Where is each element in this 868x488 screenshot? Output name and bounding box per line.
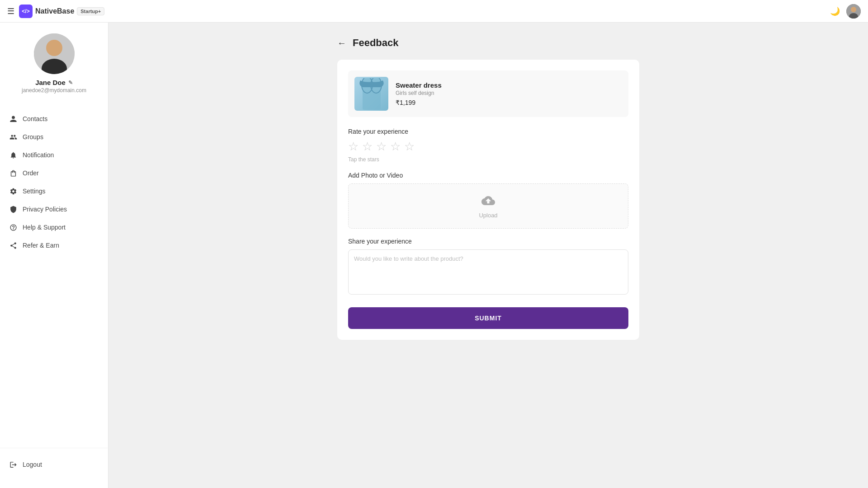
share-section: Share your experience xyxy=(348,238,628,296)
sidebar-item-privacy[interactable]: Privacy Policies xyxy=(0,200,108,218)
notification-label: Notification xyxy=(23,151,54,159)
sidebar: Jane Doe ✎ janedoe2@mydomain.com Contact… xyxy=(0,23,108,488)
feedback-card: Sweater dress Girls self design ₹1,199 R… xyxy=(337,60,639,340)
logout-icon xyxy=(9,460,17,469)
feedback-container: ← Feedback xyxy=(330,37,646,340)
back-button[interactable]: ← xyxy=(337,38,346,48)
user-avatar-top[interactable] xyxy=(846,4,861,19)
logout-button[interactable]: Logout xyxy=(0,455,108,474)
profile-name: Jane Doe ✎ xyxy=(35,79,73,86)
main-content: ← Feedback xyxy=(108,23,868,488)
product-image-inner xyxy=(354,77,388,111)
sidebar-item-notification[interactable]: Notification xyxy=(0,146,108,164)
groups-label: Groups xyxy=(23,133,43,141)
page-title: Feedback xyxy=(353,37,399,49)
help-icon xyxy=(9,223,17,231)
help-label: Help & Support xyxy=(23,224,66,231)
topnav: ☰ </> NativeBase Startup+ 🌙 xyxy=(0,0,868,23)
svg-point-4 xyxy=(46,40,62,56)
product-price: ₹1,199 xyxy=(396,99,442,106)
sidebar-item-help[interactable]: Help & Support xyxy=(0,218,108,236)
star-2[interactable]: ☆ xyxy=(362,140,373,154)
star-rating[interactable]: ☆ ☆ ☆ ☆ ☆ xyxy=(348,140,628,154)
logout-label: Logout xyxy=(23,461,42,468)
product-name: Sweater dress xyxy=(396,81,442,89)
upload-cloud-icon xyxy=(481,194,495,210)
order-label: Order xyxy=(23,169,39,177)
sidebar-item-order[interactable]: Order xyxy=(0,164,108,182)
share-textarea[interactable] xyxy=(348,249,628,295)
shield-icon xyxy=(9,205,17,213)
refer-label: Refer & Earn xyxy=(23,242,59,249)
star-4[interactable]: ☆ xyxy=(390,140,401,154)
bag-icon xyxy=(9,169,17,177)
sidebar-item-settings[interactable]: Settings xyxy=(0,182,108,200)
topnav-right: 🌙 xyxy=(830,4,861,19)
submit-button[interactable]: SUBMIT xyxy=(348,307,628,329)
star-3[interactable]: ☆ xyxy=(376,140,387,154)
settings-icon xyxy=(9,187,17,195)
upload-section: Add Photo or Video Upload xyxy=(348,172,628,229)
product-image xyxy=(354,77,388,111)
layout: Jane Doe ✎ janedoe2@mydomain.com Contact… xyxy=(0,23,868,488)
brand-name: NativeBase xyxy=(35,7,74,15)
upload-label: Add Photo or Video xyxy=(348,172,628,179)
upload-box[interactable]: Upload xyxy=(348,183,628,229)
bell-icon xyxy=(9,151,17,159)
share-icon xyxy=(9,241,17,249)
sidebar-item-contacts[interactable]: Contacts xyxy=(0,110,108,128)
tap-hint: Tap the stars xyxy=(348,156,628,163)
nav-items: Contacts Groups Notification Order xyxy=(0,104,108,448)
brand-icon: </> xyxy=(19,5,33,18)
svg-point-1 xyxy=(851,7,856,12)
profile-avatar xyxy=(34,33,75,74)
group-icon xyxy=(9,133,17,141)
privacy-label: Privacy Policies xyxy=(23,206,67,213)
hamburger-icon[interactable]: ☰ xyxy=(7,6,14,16)
star-1[interactable]: ☆ xyxy=(348,140,359,154)
sidebar-bottom: Logout xyxy=(0,448,108,481)
startup-badge: Startup+ xyxy=(77,7,104,15)
sidebar-item-refer[interactable]: Refer & Earn xyxy=(0,236,108,254)
upload-text: Upload xyxy=(479,212,497,219)
star-5[interactable]: ☆ xyxy=(404,140,415,154)
profile-email: janedoe2@mydomain.com xyxy=(22,87,86,94)
contacts-label: Contacts xyxy=(23,115,47,122)
profile-section: Jane Doe ✎ janedoe2@mydomain.com xyxy=(0,33,108,104)
moon-icon[interactable]: 🌙 xyxy=(830,6,840,16)
rating-label: Rate your experience xyxy=(348,128,628,135)
topnav-left: ☰ </> NativeBase Startup+ xyxy=(7,5,104,18)
page-header: ← Feedback xyxy=(337,37,639,49)
share-label: Share your experience xyxy=(348,238,628,245)
person-icon xyxy=(9,115,17,123)
edit-icon[interactable]: ✎ xyxy=(68,80,73,86)
sidebar-item-groups[interactable]: Groups xyxy=(0,128,108,146)
brand-logo[interactable]: </> NativeBase Startup+ xyxy=(19,5,104,18)
product-row: Sweater dress Girls self design ₹1,199 xyxy=(348,70,628,117)
product-description: Girls self design xyxy=(396,90,442,96)
settings-label: Settings xyxy=(23,188,46,195)
product-info: Sweater dress Girls self design ₹1,199 xyxy=(396,81,442,106)
